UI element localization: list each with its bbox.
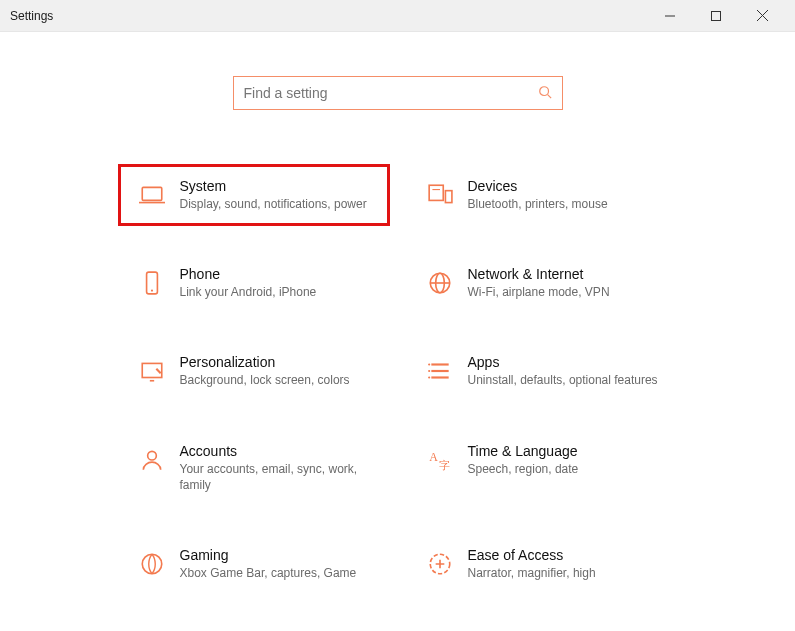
tile-subtitle: Link your Android, iPhone [180,284,378,300]
tile-subtitle: Xbox Game Bar, captures, Game [180,565,378,581]
settings-tile-network[interactable]: Network & InternetWi-Fi, airplane mode, … [408,254,676,312]
gaming-icon [130,547,174,577]
window-titlebar: Settings [0,0,795,32]
tile-title: Personalization [180,354,378,370]
settings-tile-phone[interactable]: PhoneLink your Android, iPhone [120,254,388,312]
ease-icon [418,547,462,577]
search-input[interactable] [244,85,538,101]
close-button[interactable] [739,0,785,32]
window-controls [647,0,785,32]
settings-tile-time-language[interactable]: Time & LanguageSpeech, region, date [408,431,676,505]
tile-title: Apps [468,354,666,370]
search-icon [538,85,552,102]
settings-tile-system[interactable]: SystemDisplay, sound, notifications, pow… [120,166,388,224]
settings-tile-ease-of-access[interactable]: Ease of AccessNarrator, magnifier, high [408,535,676,593]
tile-subtitle: Bluetooth, printers, mouse [468,196,666,212]
tile-title: System [180,178,378,194]
svg-line-5 [547,94,551,98]
devices-icon [418,178,462,208]
maximize-button[interactable] [693,0,739,32]
window-title: Settings [10,9,53,23]
svg-point-4 [539,86,548,95]
settings-tile-personalization[interactable]: PersonalizationBackground, lock screen, … [120,342,388,400]
settings-tile-gaming[interactable]: GamingXbox Game Bar, captures, Game [120,535,388,593]
tile-subtitle: Display, sound, notifications, power [180,196,378,212]
tile-title: Devices [468,178,666,194]
tile-subtitle: Background, lock screen, colors [180,372,378,388]
settings-tile-apps[interactable]: AppsUninstall, defaults, optional featur… [408,342,676,400]
tile-subtitle: Narrator, magnifier, high [468,565,666,581]
tile-subtitle: Your accounts, email, sync, work, family [180,461,378,493]
tile-title: Accounts [180,443,378,459]
settings-tile-accounts[interactable]: AccountsYour accounts, email, sync, work… [120,431,388,505]
tile-subtitle: Speech, region, date [468,461,666,477]
tile-subtitle: Uninstall, defaults, optional features [468,372,666,388]
globe-icon [418,266,462,296]
tile-title: Phone [180,266,378,282]
settings-tile-devices[interactable]: DevicesBluetooth, printers, mouse [408,166,676,224]
time-lang-icon [418,443,462,473]
minimize-button[interactable] [647,0,693,32]
tile-subtitle: Wi-Fi, airplane mode, VPN [468,284,666,300]
tile-title: Time & Language [468,443,666,459]
settings-grid: SystemDisplay, sound, notifications, pow… [120,166,676,593]
svg-rect-1 [712,11,721,20]
phone-icon [130,266,174,296]
accounts-icon [130,443,174,473]
tile-title: Ease of Access [468,547,666,563]
apps-icon [418,354,462,384]
laptop-icon [130,178,174,208]
search-wrap [0,76,795,110]
personalize-icon [130,354,174,384]
tile-title: Gaming [180,547,378,563]
tile-title: Network & Internet [468,266,666,282]
search-box[interactable] [233,76,563,110]
